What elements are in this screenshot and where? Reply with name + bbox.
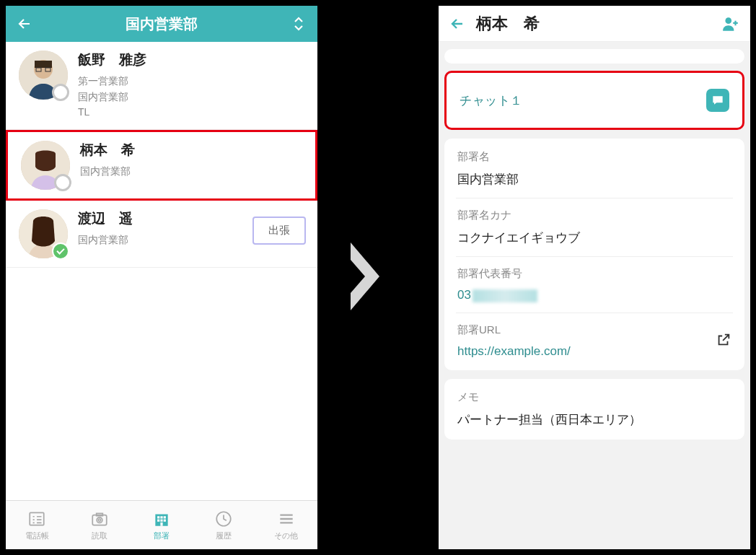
contact-info: 飯野 雅彦 第一営業部国内営業部TL — [78, 51, 307, 121]
memo-card: メモ パートナー担当（西日本エリア） — [444, 379, 744, 440]
back-button[interactable] — [449, 15, 466, 32]
url-value[interactable]: https://example.com/ — [457, 344, 571, 359]
phone-value[interactable]: 03 — [457, 288, 731, 302]
detail-content: チャット１ 部署名 国内営業部 部署名カナ コクナイエイギョウブ 部署代表番号 … — [439, 42, 750, 455]
status-indicator — [54, 174, 71, 191]
memo-value: パートナー担当（西日本エリア） — [457, 411, 731, 428]
svg-point-12 — [98, 519, 100, 521]
open-external-icon[interactable] — [716, 332, 731, 351]
previous-card-peek — [444, 49, 744, 64]
add-user-button[interactable] — [721, 14, 740, 33]
contact-list: 飯野 雅彦 第一営業部国内営業部TL 柄本 希 国内営業部 渡辺 遥 国内営業部… — [6, 42, 317, 268]
header-title: 国内営業部 — [126, 14, 198, 34]
status-indicator — [52, 84, 69, 101]
svg-point-25 — [717, 99, 718, 100]
chat-label: チャット１ — [460, 92, 523, 109]
contact-name: 飯野 雅彦 — [78, 51, 307, 69]
tab-history[interactable]: 履歴 — [193, 501, 255, 549]
dept-value: 国内営業部 — [457, 171, 731, 188]
header-right: 柄本 希 — [439, 6, 750, 42]
tab-scan[interactable]: 読取 — [68, 501, 130, 549]
status-indicator — [52, 242, 69, 260]
svg-rect-20 — [164, 519, 166, 521]
tab-bar: 電話帳読取部署履歴その他 — [6, 500, 317, 549]
phone-label: 部署代表番号 — [457, 267, 731, 281]
tab-contacts[interactable]: 電話帳 — [6, 501, 68, 549]
contact-info: 柄本 希 国内営業部 — [80, 141, 305, 180]
svg-rect-21 — [160, 522, 162, 525]
tab-label: 電話帳 — [25, 530, 49, 541]
svg-point-24 — [716, 99, 717, 100]
contact-dept: 国内営業部 — [80, 164, 305, 180]
contact-dept: TL — [78, 105, 307, 121]
contact-dept: 第一営業部 — [78, 74, 307, 89]
url-label: 部署URL — [457, 323, 571, 337]
svg-rect-17 — [164, 516, 166, 518]
dept-kana-label: 部署名カナ — [457, 209, 731, 222]
svg-rect-2 — [35, 61, 52, 68]
svg-rect-16 — [160, 516, 162, 518]
svg-rect-10 — [92, 515, 107, 525]
contact-detail-screen: 柄本 希 チャット１ 部署名 国内営業部 部署名カナ コクナイエイギョウブ 部署… — [439, 6, 750, 549]
contact-detail-title: 柄本 希 — [476, 13, 711, 35]
avatar — [19, 51, 68, 100]
contact-row[interactable]: 柄本 希 国内営業部 — [6, 130, 317, 201]
chat-icon — [706, 89, 729, 112]
svg-rect-19 — [160, 519, 162, 521]
tab-label: 部署 — [154, 530, 170, 541]
svg-rect-15 — [157, 516, 159, 518]
back-button[interactable] — [16, 15, 33, 32]
svg-point-23 — [725, 17, 731, 24]
tab-other[interactable]: その他 — [255, 501, 317, 549]
contact-name: 柄本 希 — [80, 141, 305, 159]
svg-point-11 — [97, 517, 102, 523]
chat-card[interactable]: チャット１ — [444, 71, 744, 130]
phone-masked — [472, 289, 537, 302]
memo-label: メモ — [457, 390, 731, 404]
tab-label: 読取 — [92, 530, 107, 541]
dept-kana-value: コクナイエイギョウブ — [457, 230, 731, 246]
department-info-card: 部署名 国内営業部 部署名カナ コクナイエイギョウブ 部署代表番号 03 部署U… — [444, 139, 744, 370]
svg-point-26 — [719, 99, 721, 100]
avatar — [19, 209, 68, 258]
tab-department[interactable]: 部署 — [131, 501, 193, 549]
contact-row[interactable]: 飯野 雅彦 第一営業部国内営業部TL — [6, 42, 317, 130]
tab-label: その他 — [274, 530, 298, 541]
avatar — [21, 141, 70, 190]
svg-rect-18 — [157, 519, 159, 521]
contact-row[interactable]: 渡辺 遥 国内営業部 出張 — [6, 201, 317, 268]
contact-dept: 国内営業部 — [78, 89, 307, 105]
away-badge: 出張 — [252, 217, 306, 245]
tab-label: 履歴 — [216, 530, 232, 541]
dept-label: 部署名 — [457, 150, 731, 164]
header-left: 国内営業部 — [6, 6, 317, 42]
department-list-screen: 国内営業部 飯野 雅彦 第一営業部国内営業部TL 柄本 希 国内営業部 — [6, 6, 317, 549]
arrow-separator — [345, 237, 391, 319]
sort-button[interactable] — [290, 15, 307, 32]
